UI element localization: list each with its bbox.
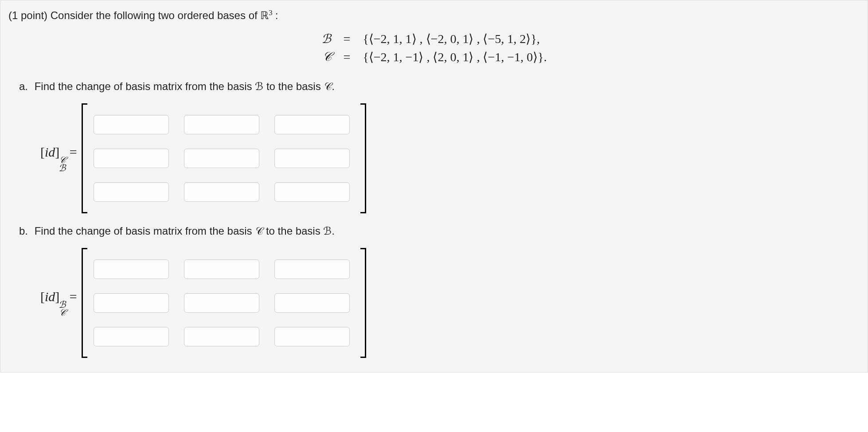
basis-row-B: ℬ = {⟨−2, 1, 1⟩ , ⟨−2, 0, 1⟩ , ⟨−5, 1, 2… <box>315 30 553 48</box>
matrix-b-lhs: [id]ℬ𝒞 = <box>40 289 77 317</box>
basis-table: ℬ = {⟨−2, 1, 1⟩ , ⟨−2, 0, 1⟩ , ⟨−5, 1, 2… <box>315 30 553 66</box>
matrix-b-area: [id]ℬ𝒞 = <box>40 248 860 358</box>
prompt-text: Consider the following two ordered bases… <box>51 9 258 21</box>
points-label: (1 point) <box>8 9 47 21</box>
basis-B-value: {⟨−2, 1, 1⟩ , ⟨−2, 0, 1⟩ , ⟨−5, 1, 2⟩}, <box>356 30 553 48</box>
matrix-b-cell-2-1[interactable] <box>184 327 259 346</box>
basis-definitions: ℬ = {⟨−2, 1, 1⟩ , ⟨−2, 0, 1⟩ , ⟨−5, 1, 2… <box>8 30 860 66</box>
matrix-a-cell-1-1[interactable] <box>184 149 259 168</box>
part-a: a. Find the change of basis matrix from … <box>19 80 860 213</box>
basis-row-C: 𝒞 = {⟨−2, 1, −1⟩ , ⟨2, 0, 1⟩ , ⟨−1, −1, … <box>315 48 553 66</box>
bracket-left-icon <box>82 248 87 358</box>
matrix-b-cell-0-2[interactable] <box>274 259 350 279</box>
matrix-b-cell-1-2[interactable] <box>274 293 350 313</box>
matrix-b-cell-2-2[interactable] <box>274 327 350 346</box>
matrix-a-cell-2-1[interactable] <box>184 182 259 202</box>
matrix-b-cell-0-1[interactable] <box>184 259 259 279</box>
bracket-right-icon <box>360 103 366 213</box>
problem-container: (1 point) Consider the following two ord… <box>0 0 868 373</box>
matrix-a-cell-1-0[interactable] <box>94 149 169 168</box>
basis-C-value: {⟨−2, 1, −1⟩ , ⟨2, 0, 1⟩ , ⟨−1, −1, 0⟩}. <box>356 48 553 66</box>
matrix-b-cell-1-0[interactable] <box>94 293 169 313</box>
matrix-a-cell-0-2[interactable] <box>274 115 350 134</box>
matrix-b-cell-0-0[interactable] <box>94 259 169 279</box>
matrix-a-area: [id]𝒞ℬ = <box>40 103 860 213</box>
part-a-label: a. <box>19 80 28 93</box>
matrix-b-grid <box>87 248 360 358</box>
part-a-text: Find the change of basis matrix from the… <box>35 80 335 92</box>
part-b-text: Find the change of basis matrix from the… <box>35 225 335 237</box>
basis-B-label: ℬ <box>315 30 337 48</box>
matrix-b-cell-1-1[interactable] <box>184 293 259 313</box>
matrix-b-bracket <box>82 248 366 358</box>
part-b-label: b. <box>19 225 28 237</box>
matrix-b-cell-2-0[interactable] <box>94 327 169 346</box>
matrix-a-cell-0-0[interactable] <box>94 115 169 134</box>
bracket-left-icon <box>82 103 87 213</box>
matrix-a-cell-2-0[interactable] <box>94 182 169 202</box>
matrix-a-cell-1-2[interactable] <box>274 149 350 168</box>
basis-C-label: 𝒞 <box>315 48 337 66</box>
matrix-a-cell-0-1[interactable] <box>184 115 259 134</box>
space-symbol: ℝ3 <box>260 10 275 21</box>
eq-sign-1: = <box>337 30 357 48</box>
matrix-a-cell-2-2[interactable] <box>274 182 350 202</box>
part-b: b. Find the change of basis matrix from … <box>19 225 860 358</box>
matrix-a-lhs: [id]𝒞ℬ = <box>40 145 77 173</box>
bracket-right-icon <box>360 248 366 358</box>
colon: : <box>275 9 278 21</box>
matrix-a-grid <box>87 103 360 213</box>
matrix-a-bracket <box>82 103 366 213</box>
problem-header: (1 point) Consider the following two ord… <box>8 8 860 22</box>
eq-sign-2: = <box>337 48 357 66</box>
